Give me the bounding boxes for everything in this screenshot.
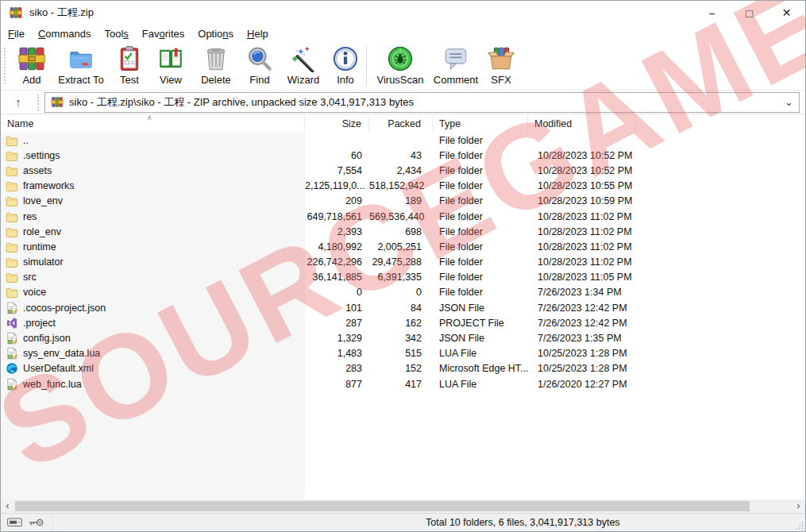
address-row: ↑ siko - 工程.zip\siko - 工程 - ZIP archive,…	[1, 91, 805, 114]
column-header-packed[interactable]: Packed	[369, 115, 433, 133]
toolbar-button-comment[interactable]: Comment	[432, 43, 480, 86]
addressbar-drag-handle[interactable]	[37, 94, 39, 110]
status-bar: Total 10 folders, 6 files, 3,041,917,313…	[1, 513, 805, 531]
toolbar-button-find[interactable]: Find	[241, 43, 279, 86]
file-name: .settings	[23, 150, 60, 161]
find-magnifier-icon	[246, 45, 273, 72]
toolbar-button-label: View	[160, 74, 182, 86]
column-header-size[interactable]: Size	[305, 115, 369, 133]
table-row[interactable]: role_env 2,393 698 File folder 10/28/202…	[1, 224, 805, 239]
menu-item-tools[interactable]: Tools	[98, 25, 134, 42]
document-icon	[6, 347, 18, 360]
table-row[interactable]: sys_env_data.lua 1,483 515 LUA File 10/2…	[1, 346, 805, 361]
toolbar-button-add[interactable]: Add	[12, 43, 52, 86]
file-packed: 6,391,335	[369, 272, 433, 283]
file-name: frameworks	[23, 180, 75, 191]
table-row[interactable]: web_func.lua 877 417 LUA File 1/26/2020 …	[1, 376, 805, 391]
scroll-left-icon[interactable]: ‹	[1, 499, 14, 513]
table-row[interactable]: love_env 209 189 File folder 10/28/2023 …	[1, 194, 805, 209]
minimize-button[interactable]: –	[693, 1, 731, 25]
title-bar: siko - 工程.zip – □ ✕	[1, 1, 805, 25]
winrar-logo-icon	[9, 6, 23, 19]
menu-item-options[interactable]: Options	[191, 25, 240, 42]
menu-item-help[interactable]: Help	[241, 25, 275, 42]
file-size: 649,718,561	[305, 211, 369, 222]
toolbar-button-virusscan[interactable]: VirusScan	[370, 43, 430, 86]
file-name-cell: UserDefault.xml	[1, 361, 305, 376]
file-name: .project	[23, 318, 56, 329]
file-packed: 84	[369, 303, 433, 314]
maximize-button[interactable]: □	[731, 1, 768, 25]
file-name-cell: src	[1, 270, 305, 285]
file-size: 1,329	[305, 333, 369, 344]
table-row[interactable]: runtime 4,180,992 2,005,251 File folder …	[1, 239, 805, 254]
column-header-name[interactable]: Name	[1, 115, 305, 133]
file-modified: 10/28/2023 10:52 PM	[528, 165, 636, 176]
up-one-level-button[interactable]: ↑	[6, 92, 31, 113]
scrollbar-thumb[interactable]	[15, 501, 750, 511]
folder-icon	[6, 256, 18, 268]
file-packed: 2,434	[369, 165, 433, 176]
table-row[interactable]: UserDefault.xml 283 152 Microsoft Edge H…	[1, 361, 805, 376]
archive-path-combobox[interactable]: siko - 工程.zip\siko - 工程 - ZIP archive, u…	[44, 92, 800, 113]
file-modified: 7/26/2023 1:35 PM	[528, 333, 636, 344]
file-packed: 698	[369, 226, 433, 237]
table-row[interactable]: config.json 1,329 342 JSON File 7/26/202…	[1, 330, 805, 345]
file-type: File folder	[433, 287, 528, 298]
extract-folder-icon	[67, 45, 94, 72]
file-packed: 162	[369, 318, 433, 329]
table-row[interactable]: .project 287 162 PROJECT File 7/26/2023 …	[1, 315, 805, 330]
file-name-cell: .cocos-project.json	[1, 300, 305, 315]
table-row[interactable]: .. File folder	[1, 133, 805, 148]
key-icon[interactable]	[28, 518, 44, 527]
toolbar-button-label: Delete	[201, 74, 231, 86]
table-row[interactable]: voice 0 0 File folder 7/26/2023 1:34 PM	[1, 285, 805, 300]
file-size: 877	[305, 379, 369, 390]
file-modified: 10/28/2023 11:02 PM	[528, 256, 636, 268]
comment-bubble-icon	[442, 45, 469, 72]
menu-item-file[interactable]: File	[2, 25, 31, 42]
toolbar-drag-handle[interactable]	[4, 48, 6, 84]
file-modified: 10/28/2023 11:02 PM	[528, 211, 636, 222]
file-packed: 152	[369, 363, 433, 374]
horizontal-scrollbar[interactable]: ‹ ›	[1, 499, 805, 513]
menu-item-favorites[interactable]: Favorites	[136, 25, 191, 42]
scroll-right-icon[interactable]: ›	[792, 499, 805, 513]
file-packed: 417	[369, 379, 433, 390]
menu-item-commands[interactable]: Commands	[32, 25, 97, 42]
file-size: 4,180,992	[305, 241, 369, 253]
file-type: File folder	[433, 211, 528, 222]
file-modified: 10/28/2023 10:52 PM	[528, 150, 636, 161]
file-name: ..	[23, 135, 29, 146]
file-name: web_func.lua	[23, 379, 82, 390]
toolbar-button-delete[interactable]: Delete	[193, 43, 239, 86]
winrar-add-icon	[18, 45, 45, 72]
drive-icon[interactable]	[7, 518, 22, 527]
file-rows: .. File folder .settings 60 43 File fold…	[1, 133, 805, 391]
column-header-modified[interactable]: Modified	[528, 115, 636, 133]
toolbar-button-extract-to[interactable]: Extract To	[53, 43, 109, 86]
close-button[interactable]: ✕	[768, 1, 805, 25]
toolbar-button-view[interactable]: View	[150, 43, 191, 86]
table-row[interactable]: src 36,141,885 6,391,335 File folder 10/…	[1, 270, 805, 285]
file-name: simulator	[23, 256, 64, 268]
table-row[interactable]: res 649,718,561 569,536,440 File folder …	[1, 209, 805, 224]
chevron-down-icon[interactable]: ⌄	[785, 97, 793, 107]
toolbar-button-wizard[interactable]: Wizard	[280, 43, 326, 86]
toolbar-button-test[interactable]: Test	[110, 43, 148, 86]
table-row[interactable]: .cocos-project.json 101 84 JSON File 7/2…	[1, 300, 805, 315]
table-row[interactable]: .settings 60 43 File folder 10/28/2023 1…	[1, 148, 805, 163]
file-name: src	[23, 272, 37, 283]
table-row[interactable]: assets 7,554 2,434 File folder 10/28/202…	[1, 163, 805, 178]
column-header-type[interactable]: Type	[433, 115, 528, 133]
file-type: File folder	[433, 272, 528, 283]
table-row[interactable]: simulator 226,742,296 29,475,288 File fo…	[1, 255, 805, 270]
toolbar-button-sfx[interactable]: SFX	[481, 43, 521, 86]
toolbar-button-info[interactable]: Info	[328, 43, 363, 86]
file-type: Microsoft Edge HT...	[433, 363, 528, 374]
file-name-cell: ..	[1, 133, 305, 148]
resize-grip[interactable]	[796, 522, 804, 530]
file-name-cell: role_env	[1, 224, 305, 239]
file-packed: 2,005,251	[369, 241, 433, 253]
table-row[interactable]: frameworks 2,125,119,0... 518,152,942 Fi…	[1, 179, 805, 194]
